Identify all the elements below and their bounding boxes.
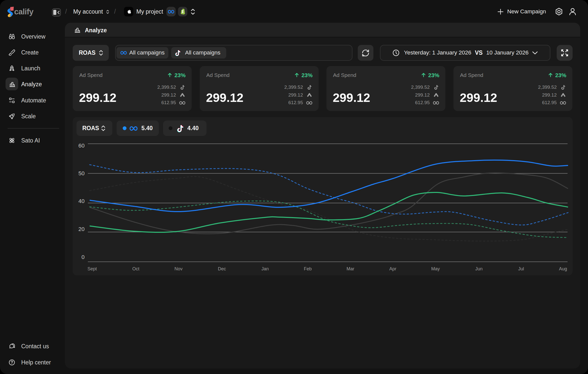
svg-text:Feb: Feb xyxy=(304,266,312,271)
svg-text:Mar: Mar xyxy=(347,266,354,271)
svg-text:50: 50 xyxy=(79,170,85,177)
svg-text:Apr: Apr xyxy=(389,266,396,271)
svg-text:Nov: Nov xyxy=(174,266,183,271)
svg-text:Oct: Oct xyxy=(132,266,139,271)
svg-text:Sept: Sept xyxy=(87,266,97,271)
svg-text:40: 40 xyxy=(79,198,85,204)
svg-text:May: May xyxy=(431,266,440,271)
svg-text:Aug: Aug xyxy=(559,266,567,271)
svg-text:Dec: Dec xyxy=(218,266,226,271)
svg-text:Jul: Jul xyxy=(518,266,524,271)
svg-text:20: 20 xyxy=(79,226,85,232)
svg-text:0: 0 xyxy=(82,254,85,260)
svg-text:60: 60 xyxy=(79,142,85,149)
svg-text:Jun: Jun xyxy=(475,266,482,271)
svg-text:Jan: Jan xyxy=(261,266,269,271)
